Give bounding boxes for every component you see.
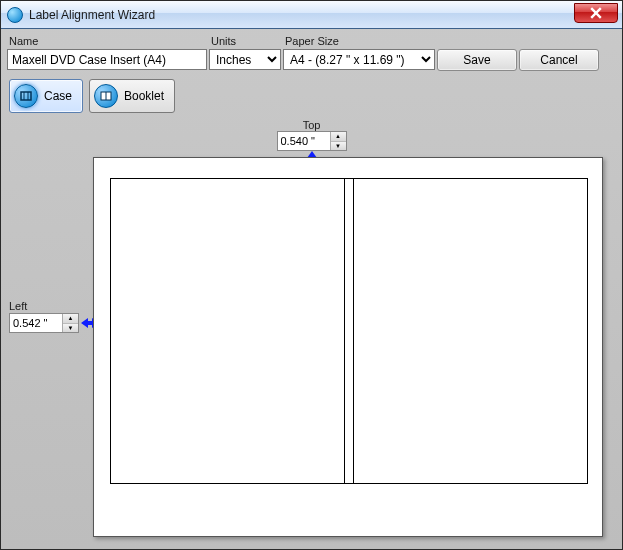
units-label: Units	[209, 33, 281, 49]
left-margin-up[interactable]: ▲	[63, 314, 78, 324]
name-input[interactable]	[7, 49, 207, 70]
tab-case-label: Case	[44, 89, 72, 103]
top-margin-input[interactable]	[278, 132, 330, 150]
app-icon	[7, 7, 23, 23]
tab-booklet[interactable]: Booklet	[89, 79, 175, 113]
paper-size-select[interactable]: A4 - (8.27 " x 11.69 ")	[283, 49, 435, 70]
top-margin-up[interactable]: ▲	[331, 132, 346, 142]
window-frame: Label Alignment Wizard Name Units Inches…	[0, 0, 623, 550]
paper-preview	[93, 157, 603, 537]
left-margin-control: Left ▲ ▼	[9, 299, 99, 333]
toolbar: Name Units Inches Paper Size A4 - (8.27 …	[7, 33, 616, 71]
top-margin-label: Top	[303, 119, 321, 131]
close-button[interactable]	[574, 3, 618, 23]
titlebar[interactable]: Label Alignment Wizard	[1, 1, 622, 29]
label-outline	[110, 178, 588, 484]
left-margin-down[interactable]: ▼	[63, 324, 78, 333]
top-margin-down[interactable]: ▼	[331, 142, 346, 151]
svg-rect-0	[21, 92, 31, 100]
left-margin-spinner[interactable]: ▲ ▼	[9, 313, 79, 333]
tab-booklet-label: Booklet	[124, 89, 164, 103]
top-margin-spinner[interactable]: ▲ ▼	[277, 131, 347, 151]
close-icon	[590, 7, 602, 19]
units-select[interactable]: Inches	[209, 49, 281, 70]
window-title: Label Alignment Wizard	[29, 8, 155, 22]
booklet-icon	[94, 84, 118, 108]
left-margin-input[interactable]	[10, 314, 62, 332]
cancel-button[interactable]: Cancel	[519, 49, 599, 71]
label-spine-divider	[344, 179, 354, 483]
tab-bar: Case Booklet	[9, 79, 616, 113]
left-margin-label: Left	[9, 300, 27, 312]
preview-area: Top ▲ ▼ Left ▲ ▼	[9, 119, 614, 550]
tab-case[interactable]: Case	[9, 79, 83, 113]
save-button[interactable]: Save	[437, 49, 517, 71]
paper-size-label: Paper Size	[283, 33, 435, 49]
name-label: Name	[7, 33, 207, 49]
case-icon	[14, 84, 38, 108]
